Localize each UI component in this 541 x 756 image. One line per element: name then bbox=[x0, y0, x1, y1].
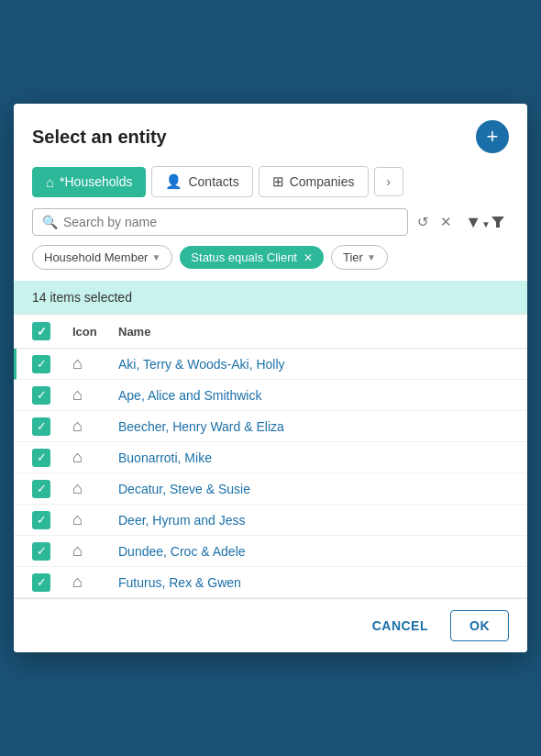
row-house-icon: ⌂ bbox=[72, 385, 118, 405]
row-house-icon: ⌂ bbox=[72, 510, 118, 529]
filter-row: Household Member ▼ Status equals Client … bbox=[14, 245, 527, 281]
tab-bar: ⌂ *Households 👤 Contacts ⊞ Companies › bbox=[14, 166, 527, 208]
svg-marker-0 bbox=[491, 217, 504, 228]
row-house-icon: ⌂ bbox=[72, 448, 118, 467]
tab-companies-label: Companies bbox=[290, 174, 355, 189]
add-entity-button[interactable]: + bbox=[476, 120, 509, 153]
filter-tier[interactable]: Tier ▼ bbox=[331, 245, 388, 270]
table-row: ✓ ⌂ Deer, Hyrum and Jess bbox=[14, 505, 527, 536]
checkbox-checked-icon[interactable]: ✓ bbox=[32, 573, 50, 592]
row-house-icon: ⌂ bbox=[72, 354, 118, 373]
row-checkbox[interactable]: ✓ bbox=[32, 417, 72, 436]
row-checkbox[interactable]: ✓ bbox=[32, 573, 72, 592]
search-icon: 🔍 bbox=[42, 215, 58, 229]
chevron-right-icon: › bbox=[386, 174, 391, 189]
selection-banner: 14 items selected bbox=[14, 281, 527, 314]
row-name[interactable]: Aki, Terry & Woods-Aki, Holly bbox=[118, 357, 509, 372]
search-bar: 🔍 ↺ ✕ ▼▼ bbox=[14, 208, 527, 245]
row-house-icon: ⌂ bbox=[72, 541, 118, 561]
filter-status-client-label: Status equals Client bbox=[191, 250, 297, 264]
row-name[interactable]: Ape, Alice and Smithwick bbox=[118, 388, 509, 403]
table-row: ✓ ⌂ Ape, Alice and Smithwick bbox=[14, 380, 527, 411]
table-row: ✓ ⌂ Dundee, Croc & Adele bbox=[14, 536, 527, 567]
chevron-down-icon-tier: ▼ bbox=[367, 252, 376, 262]
tab-contacts-label: Contacts bbox=[188, 174, 238, 189]
plus-icon: + bbox=[487, 125, 499, 149]
entity-table: ✓ Icon Name ✓ ⌂ Aki, Terry & Woods-Aki, … bbox=[14, 314, 527, 598]
row-name[interactable]: Dundee, Croc & Adele bbox=[118, 544, 509, 559]
checkbox-checked-icon[interactable]: ✓ bbox=[32, 480, 50, 498]
row-checkbox[interactable]: ✓ bbox=[32, 449, 72, 467]
table-row: ✓ ⌂ Beecher, Henry Ward & Eliza bbox=[14, 411, 527, 442]
table-row: ✓ ⌂ Decatur, Steve & Susie bbox=[14, 473, 527, 505]
search-input-wrap: 🔍 bbox=[32, 208, 408, 236]
checkbox-checked-icon[interactable]: ✓ bbox=[32, 542, 50, 561]
filter-household-member[interactable]: Household Member ▼ bbox=[32, 245, 172, 270]
refresh-icon: ↺ bbox=[417, 214, 429, 230]
close-icon: ✕ bbox=[440, 214, 452, 230]
row-checkbox[interactable]: ✓ bbox=[32, 542, 72, 561]
modal-title: Select an entity bbox=[32, 127, 167, 148]
row-house-icon: ⌂ bbox=[72, 417, 118, 436]
table-row: ✓ ⌂ Buonarroti, Mike bbox=[14, 442, 527, 473]
search-input[interactable] bbox=[63, 215, 398, 229]
tab-companies[interactable]: ⊞ Companies bbox=[259, 166, 369, 197]
table-body: ✓ ⌂ Aki, Terry & Woods-Aki, Holly ✓ ⌂ Ap… bbox=[14, 349, 527, 598]
filter-close-icon[interactable]: ✕ bbox=[304, 251, 313, 264]
filter-icon: ▼▼ bbox=[465, 213, 491, 232]
modal-footer: CANCEL OK bbox=[14, 598, 527, 652]
table-row: ✓ ⌂ Aki, Terry & Woods-Aki, Holly bbox=[14, 349, 527, 380]
filter-button[interactable]: ▼▼ bbox=[461, 209, 509, 236]
row-name[interactable]: Deer, Hyrum and Jess bbox=[118, 513, 509, 528]
house-tab-icon: ⌂ bbox=[46, 174, 54, 190]
ok-button[interactable]: OK bbox=[450, 610, 509, 641]
select-all-checkbox[interactable]: ✓ bbox=[32, 322, 50, 340]
checkbox-checked-icon[interactable]: ✓ bbox=[32, 449, 50, 467]
building-tab-icon: ⊞ bbox=[272, 173, 284, 190]
filter-status-client[interactable]: Status equals Client ✕ bbox=[180, 246, 324, 269]
modal-header: Select an entity + bbox=[14, 104, 527, 166]
filter-tier-label: Tier bbox=[343, 250, 363, 264]
row-house-icon: ⌂ bbox=[72, 573, 118, 592]
tab-households-label: *Households bbox=[60, 174, 132, 189]
cancel-button[interactable]: CANCEL bbox=[358, 611, 443, 640]
funnel-icon bbox=[491, 215, 505, 229]
checkbox-checked-icon[interactable]: ✓ bbox=[32, 417, 50, 436]
col-header-checkbox: ✓ bbox=[32, 322, 72, 340]
tab-contacts[interactable]: 👤 Contacts bbox=[151, 166, 252, 197]
row-name[interactable]: Futurus, Rex & Gwen bbox=[118, 575, 509, 590]
tab-more-button[interactable]: › bbox=[374, 167, 403, 196]
row-checkbox[interactable]: ✓ bbox=[32, 480, 72, 498]
table-header: ✓ Icon Name bbox=[14, 315, 527, 349]
person-tab-icon: 👤 bbox=[165, 173, 182, 190]
checkbox-checked-icon[interactable]: ✓ bbox=[32, 511, 50, 529]
refresh-button[interactable]: ↺ bbox=[415, 212, 431, 232]
filter-household-member-label: Household Member bbox=[44, 250, 148, 264]
row-name[interactable]: Buonarroti, Mike bbox=[118, 450, 509, 465]
row-checkbox[interactable]: ✓ bbox=[32, 355, 72, 373]
chevron-down-icon: ▼ bbox=[151, 252, 160, 262]
row-name[interactable]: Beecher, Henry Ward & Eliza bbox=[118, 419, 509, 434]
checkbox-checked-icon[interactable]: ✓ bbox=[32, 386, 50, 405]
tab-households[interactable]: ⌂ *Households bbox=[32, 167, 146, 197]
table-row: ✓ ⌂ Futurus, Rex & Gwen bbox=[14, 567, 527, 598]
col-header-icon: Icon bbox=[72, 325, 118, 339]
row-name[interactable]: Decatur, Steve & Susie bbox=[118, 482, 509, 496]
row-checkbox[interactable]: ✓ bbox=[32, 511, 72, 529]
search-actions: ↺ ✕ bbox=[415, 212, 454, 232]
clear-search-button[interactable]: ✕ bbox=[438, 212, 454, 232]
selection-count: 14 items selected bbox=[32, 290, 132, 305]
row-house-icon: ⌂ bbox=[72, 479, 118, 498]
select-entity-modal: Select an entity + ⌂ *Households 👤 Conta… bbox=[14, 104, 527, 652]
row-checkbox[interactable]: ✓ bbox=[32, 386, 72, 405]
checkbox-checked-icon[interactable]: ✓ bbox=[32, 355, 50, 373]
col-header-name: Name bbox=[118, 325, 509, 339]
